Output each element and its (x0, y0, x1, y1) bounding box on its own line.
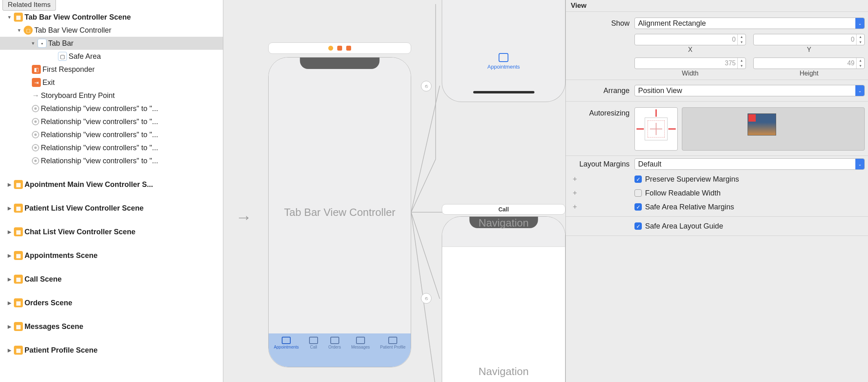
canvas-appointments-vc[interactable]: Appointments (442, 0, 565, 102)
scene-chat-list[interactable]: ▦Chat List View Controller Scene (0, 225, 223, 238)
tree-vc[interactable]: ◻ Tab Bar View Controller (0, 24, 223, 37)
tree-relationship[interactable]: Relationship "view controllers" to "... (0, 154, 223, 167)
autoresizing-label: Autoresizing (566, 107, 634, 118)
tab-messages[interactable]: Messages (351, 337, 370, 349)
follow-readable-width-row[interactable]: + Follow Readable Width (566, 186, 868, 200)
stepper[interactable]: ▲▼ (737, 34, 746, 45)
tree-label: Relationship "view controllers" to "... (41, 144, 158, 152)
y-label: Y (753, 45, 865, 53)
tab-appointments[interactable]: Appointments (274, 337, 299, 349)
scene-call[interactable]: ▦Call Scene (0, 273, 223, 286)
x-field[interactable]: 0▲▼ (634, 34, 746, 45)
chevron-right-icon[interactable] (7, 182, 12, 187)
y-field[interactable]: 0▲▼ (753, 34, 865, 45)
chevron-right-icon[interactable] (7, 300, 12, 306)
strut-top[interactable] (656, 109, 657, 117)
canvas-tabbar[interactable]: Appointments Call Orders Messages Patien… (269, 333, 411, 367)
scene-patient-profile[interactable]: ▦Patient Profile Scene (0, 344, 223, 357)
check-label: Safe Area Relative Margins (645, 203, 734, 211)
tree-label: Tab Bar View Controller (34, 26, 111, 35)
chevron-right-icon[interactable] (7, 253, 12, 258)
tree-entry-point[interactable]: → Storyboard Entry Point (0, 89, 223, 102)
tab-orders[interactable]: Orders (328, 337, 341, 349)
height-field[interactable]: 49▲▼ (753, 58, 865, 69)
related-items-tab[interactable]: Related Items (2, 0, 56, 11)
canvas-call-header[interactable]: Call (442, 204, 565, 215)
chevron-down-icon[interactable] (7, 14, 12, 20)
canvas-call-vc[interactable]: Navigation (442, 216, 565, 382)
safe-area-relative-margins-row[interactable]: + ✓ Safe Area Relative Margins (566, 200, 868, 214)
scene-label: Messages Scene (24, 322, 83, 331)
tree-relationship[interactable]: Relationship "view controllers" to "... (0, 141, 223, 154)
storyboard-scene-icon: ▦ (14, 13, 23, 22)
scene-label: Patient List View Controller Scene (24, 204, 144, 213)
exit-icon: ⇥ (32, 78, 41, 87)
tree-safearea[interactable]: ▢ Safe Area (0, 50, 223, 63)
tree-tabbar[interactable]: ⋆ Tab Bar (0, 37, 223, 50)
inspector-section-header: View (566, 0, 868, 12)
scene-appointments[interactable]: ▦Appointments Scene (0, 249, 223, 262)
profile-icon (388, 337, 397, 344)
add-variation-icon[interactable]: + (570, 203, 580, 211)
segue-pin[interactable]: ⎋ (421, 293, 432, 304)
segue-pin[interactable]: ⎋ (421, 81, 432, 91)
tree-first-responder[interactable]: ◧ First Responder (0, 63, 223, 76)
tab-call[interactable]: Call (309, 337, 318, 349)
tree-exit[interactable]: ⇥ Exit (0, 76, 223, 89)
scene-messages[interactable]: ▦Messages Scene (0, 320, 223, 333)
check-label: Preserve Superview Margins (645, 175, 739, 184)
tree-label: Safe Area (69, 52, 101, 61)
chevron-right-icon[interactable] (7, 347, 12, 353)
checkbox-checked-icon[interactable]: ✓ (634, 203, 642, 211)
tree-label: Relationship "view controllers" to "... (41, 157, 158, 165)
strut-left[interactable] (637, 129, 644, 130)
preserve-superview-margins-row[interactable]: + ✓ Preserve Superview Margins (566, 172, 868, 186)
show-select[interactable]: Alignment Rectangle ⌄ (634, 18, 865, 29)
checkbox-checked-icon[interactable]: ✓ (634, 175, 642, 183)
stepper[interactable]: ▲▼ (737, 58, 746, 69)
entry-arrow-icon: → (236, 208, 252, 227)
height-label: Height (753, 69, 865, 77)
checkbox-checked-icon[interactable]: ✓ (634, 222, 642, 230)
vc-header-icon (328, 46, 333, 51)
relationship-icon (32, 105, 39, 112)
arrange-select[interactable]: Position View ⌄ (634, 85, 865, 96)
tree-relationship[interactable]: Relationship "view controllers" to "... (0, 128, 223, 141)
chevron-right-icon[interactable] (7, 324, 12, 329)
tree-label: First Responder (42, 65, 95, 74)
autoresize-inner[interactable] (645, 118, 668, 140)
width-label: Width (634, 69, 746, 77)
width-field[interactable]: 375▲▼ (634, 58, 746, 69)
notch (300, 58, 380, 69)
layout-margins-select[interactable]: Default ⌄ (634, 158, 865, 170)
chevron-down-icon[interactable] (30, 40, 36, 46)
scene-label: Apointment Main View Controller S... (24, 180, 153, 189)
checkbox-unchecked-icon[interactable] (634, 189, 642, 197)
canvas-scene-header[interactable] (268, 42, 411, 54)
scene-tree[interactable]: ▦ Tab Bar View Controller Scene ◻ Tab Ba… (0, 11, 223, 382)
arrange-label: Arrange (566, 87, 634, 95)
storyboard-scene-icon: ▦ (14, 204, 23, 213)
autoresizing-control[interactable] (634, 107, 678, 151)
stepper[interactable]: ▲▼ (856, 34, 864, 45)
storyboard-canvas[interactable]: → Tab Bar View Controller Appointments C… (223, 0, 565, 382)
safe-area-layout-guide-row[interactable]: ✓ Safe Area Layout Guide (566, 219, 868, 233)
scene-appointment-main[interactable]: ▦Apointment Main View Controller S... (0, 178, 223, 191)
tabbar-icon: ⋆ (38, 39, 47, 48)
tree-label: Relationship "view controllers" to "... (41, 131, 158, 139)
chevron-right-icon[interactable] (7, 229, 12, 235)
add-variation-icon[interactable]: + (570, 175, 580, 184)
canvas-tabbar-vc[interactable]: Tab Bar View Controller Appointments Cal… (268, 57, 411, 367)
strut-right[interactable] (668, 129, 676, 130)
scene-orders[interactable]: ▦Orders Scene (0, 296, 223, 309)
stepper[interactable]: ▲▼ (856, 58, 864, 69)
scene-patient-list[interactable]: ▦Patient List View Controller Scene (0, 202, 223, 215)
tab-patient-profile[interactable]: Patient Profile (380, 337, 405, 349)
scene-tabbar-vc[interactable]: ▦ Tab Bar View Controller Scene (0, 11, 223, 24)
chevron-down-icon[interactable] (16, 27, 22, 33)
tree-relationship[interactable]: Relationship "view controllers" to "... (0, 102, 223, 115)
chevron-right-icon[interactable] (7, 205, 12, 211)
chevron-right-icon[interactable] (7, 276, 12, 282)
add-variation-icon[interactable]: + (570, 189, 580, 198)
tree-relationship[interactable]: Relationship "view controllers" to "... (0, 115, 223, 128)
